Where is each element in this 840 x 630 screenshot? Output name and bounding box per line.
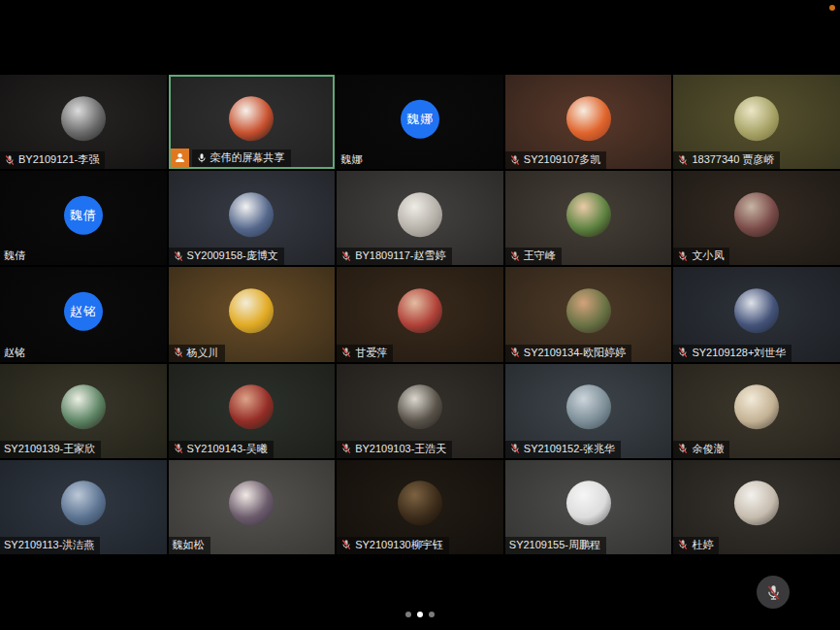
participant-name: SY2109130柳宇钰: [355, 539, 443, 551]
participant-name: 杜婷: [692, 539, 713, 551]
avatar: [61, 385, 106, 430]
participant-name-label: 王守峰: [505, 248, 562, 265]
participant-tile[interactable]: SY2109128+刘世华: [673, 267, 840, 361]
participant-name: SY2109139-王家欣: [4, 443, 95, 455]
meeting-window: { "statusbar": { "notification_dot_color…: [0, 0, 840, 630]
avatar: [566, 385, 611, 430]
participant-name: 王守峰: [524, 249, 556, 262]
participant-name-label: 余俊澈: [673, 441, 729, 458]
participant-tile[interactable]: 文小凤: [673, 171, 840, 265]
avatar: [229, 385, 274, 430]
participant-name: 杨义川: [187, 347, 219, 359]
participant-name-label: 魏娜: [337, 151, 368, 169]
participant-tile[interactable]: BY1809117-赵雪婷: [337, 171, 503, 265]
participant-name-label: BY1809117-赵雪婷: [337, 248, 451, 265]
participant-tile[interactable]: 余俊澈: [673, 364, 840, 458]
mic-toggle-button[interactable]: [757, 576, 790, 609]
participant-name-label: SY2009158-庞博文: [169, 248, 284, 265]
avatar: [566, 481, 611, 526]
participant-name: 魏如松: [173, 539, 205, 551]
participant-name: SY2109134-欧阳婷婷: [524, 347, 626, 359]
participant-name: SY2109152-张兆华: [524, 443, 615, 455]
participant-name: BY2109121-李强: [18, 153, 99, 166]
participant-tile[interactable]: 魏倩 魏倩: [0, 171, 167, 265]
participant-tile[interactable]: SY2109143-吴曦: [169, 364, 336, 458]
avatar: [61, 96, 106, 141]
participant-tile[interactable]: SY2109113-洪洁燕: [0, 460, 167, 554]
muted-mic-icon: [677, 443, 689, 454]
muted-mic-icon: [677, 250, 689, 262]
participant-name-label: SY2109128+刘世华: [673, 345, 792, 362]
muted-mic-icon: [677, 154, 689, 166]
participant-name-label: SY2109107多凯: [505, 151, 607, 169]
avatar: [734, 481, 779, 526]
pagination-dot[interactable]: [417, 612, 423, 617]
participant-tile[interactable]: 18377340 贾彦峤: [673, 75, 840, 169]
avatar: [398, 481, 442, 526]
participant-name: SY2109143-吴曦: [187, 443, 268, 455]
pagination-dots[interactable]: [405, 612, 435, 617]
participant-name: 甘爱萍: [355, 347, 387, 359]
participant-tile[interactable]: SY2109107多凯: [505, 75, 672, 169]
participant-tile[interactable]: 杨义川: [169, 267, 336, 361]
avatar: [229, 96, 274, 141]
avatar: 魏倩: [64, 196, 103, 235]
participant-name-label: SY2109152-张兆华: [505, 441, 621, 458]
avatar: 赵铭: [64, 292, 103, 331]
participant-name-label: 魏倩: [0, 248, 31, 265]
muted-mic-icon: [340, 250, 352, 262]
participant-name-label: 栾伟的屏幕共享: [192, 149, 291, 167]
participant-tile[interactable]: SY2109130柳宇钰: [337, 460, 503, 554]
participant-tile[interactable]: BY2109121-李强: [0, 75, 167, 169]
participant-name-label: 杨义川: [169, 345, 225, 362]
participant-tile[interactable]: 栾伟的屏幕共享: [169, 75, 336, 169]
avatar: [734, 96, 779, 141]
participant-tile[interactable]: 魏娜 魏娜: [337, 75, 503, 169]
notification-dot: [829, 5, 835, 11]
participant-name: 魏娜: [340, 153, 362, 166]
participant-tile[interactable]: 甘爱萍: [337, 267, 503, 361]
avatar: [61, 481, 106, 526]
muted-mic-icon: [340, 539, 352, 550]
muted-mic-icon: [173, 347, 184, 358]
participant-name: 18377340 贾彦峤: [692, 153, 774, 166]
live-mic-icon: [196, 152, 208, 164]
participant-name: BY2109103-王浩天: [355, 443, 446, 455]
participant-name-label: 文小凤: [673, 248, 729, 265]
pagination-dot[interactable]: [405, 612, 411, 617]
avatar: [566, 96, 611, 141]
participant-name-label: SY2109134-欧阳婷婷: [505, 345, 631, 362]
participant-tile[interactable]: BY2109103-王浩天: [337, 364, 503, 458]
muted-mic-icon: [509, 154, 521, 166]
participant-name: SY2109107多凯: [524, 153, 601, 166]
muted-mic-icon: [173, 250, 184, 262]
avatar: [229, 288, 274, 333]
muted-mic-icon: [340, 347, 352, 358]
participant-name: SY2009158-庞博文: [187, 249, 278, 262]
avatar: 魏娜: [401, 99, 439, 138]
muted-mic-icon: [509, 347, 521, 358]
participant-name-label: SY2109143-吴曦: [169, 441, 274, 458]
participant-tile[interactable]: 王守峰: [505, 171, 672, 265]
participant-name-label: 杜婷: [673, 537, 719, 554]
participant-tile[interactable]: SY2109152-张兆华: [505, 364, 672, 458]
participant-name: SY2109113-洪洁燕: [4, 539, 94, 551]
participant-tile[interactable]: 魏如松: [169, 460, 336, 554]
participant-tile[interactable]: SY2109134-欧阳婷婷: [505, 267, 672, 361]
avatar: [229, 192, 274, 237]
muted-mic-icon: [765, 584, 782, 601]
participant-tile[interactable]: SY2109139-王家欣: [0, 364, 167, 458]
participant-name: SY2109155-周鹏程: [509, 539, 600, 551]
participant-tile[interactable]: 杜婷: [673, 460, 840, 554]
participant-tile[interactable]: 赵铭 赵铭: [0, 267, 167, 361]
participant-name: 魏倩: [4, 249, 25, 262]
participant-name-label: 赵铭: [0, 345, 31, 362]
muted-mic-icon: [509, 443, 521, 454]
muted-mic-icon: [677, 347, 689, 358]
participant-tile[interactable]: SY2109155-周鹏程: [505, 460, 672, 554]
participant-tile[interactable]: SY2009158-庞博文: [169, 171, 336, 265]
participant-name: SY2109128+刘世华: [692, 347, 786, 359]
pagination-dot[interactable]: [429, 612, 435, 617]
muted-mic-icon: [509, 250, 521, 262]
participant-name-label: SY2109113-洪洁燕: [0, 537, 100, 554]
